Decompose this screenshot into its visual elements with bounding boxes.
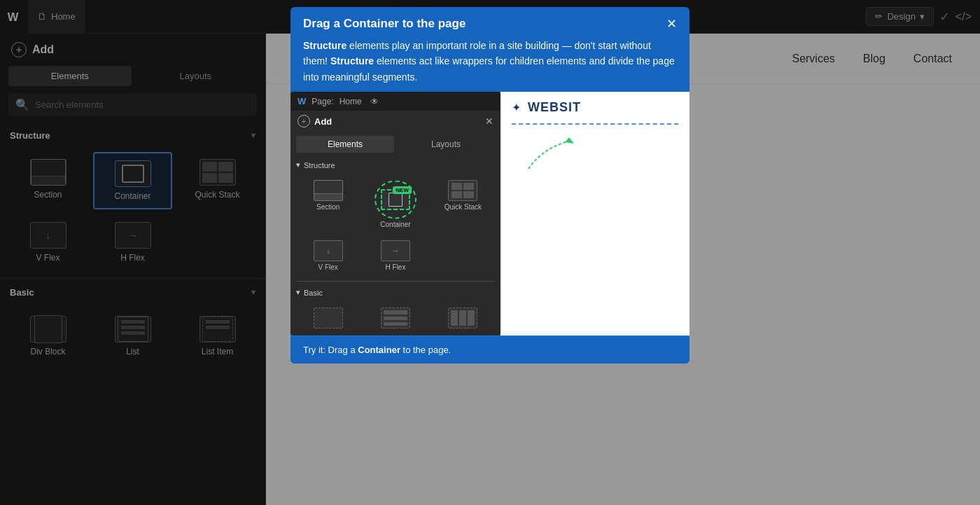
mini-section-label: Section <box>316 203 340 211</box>
mini-container-wrapper: NEW <box>374 180 416 219</box>
mini-inner-container-icon <box>388 193 402 207</box>
mini-section-icon <box>314 180 343 201</box>
structure-bold-2: Structure <box>330 55 374 67</box>
mini-add-left: + Add <box>298 115 332 127</box>
mini-add-plus-button[interactable]: + <box>298 115 310 127</box>
tooltip-body: Structure elements play an important rol… <box>290 31 690 85</box>
mini-element-container[interactable]: NEW Container <box>363 176 427 233</box>
mini-tab-elements[interactable]: Elements <box>296 136 394 153</box>
mini-hflex-label: H Flex <box>386 263 406 271</box>
preview-star-icon: ✦ <box>512 101 521 114</box>
mini-add-row: + Add ✕ <box>290 111 500 132</box>
mini-divider <box>296 281 495 282</box>
mini-hflex-icon: → <box>381 240 410 261</box>
container-bold: Container <box>358 345 400 355</box>
tooltip-content-area: W Page: Home 👁 + Add ✕ Elements Layouts … <box>290 92 690 335</box>
tooltip-header: Drag a Container to the page ✕ <box>290 7 690 31</box>
tooltip-footer: Try it: Drag a Container to the page. <box>290 335 690 364</box>
svg-marker-1 <box>565 137 574 144</box>
mini-w-logo: W <box>298 96 306 106</box>
mini-div-icon <box>314 307 343 328</box>
mini-container-label: Container <box>380 221 410 228</box>
mini-element-div[interactable] <box>296 303 360 333</box>
mini-hflex-arrow-icon: → <box>391 246 400 256</box>
mini-structure-header: ▾ Structure <box>290 157 500 173</box>
mini-tab-bar: Elements Layouts <box>290 132 500 157</box>
tooltip-description: Structure elements play an important rol… <box>303 38 677 85</box>
mini-element-section[interactable]: Section <box>296 176 360 233</box>
mini-add-panel: W Page: Home 👁 + Add ✕ Elements Layouts … <box>290 92 500 335</box>
mini-basic-label: Basic <box>304 289 323 297</box>
mini-vflex-icon: ↓ <box>314 240 343 261</box>
mini-basic-grid <box>290 300 500 335</box>
mini-page-label: Page: <box>312 97 333 106</box>
mini-qs-label: Quick Stack <box>444 203 482 211</box>
mini-vflex-label: V Flex <box>318 263 337 271</box>
tooltip-title: Drag a Container to the page <box>303 17 465 31</box>
mini-close-icon[interactable]: ✕ <box>485 116 493 127</box>
mini-eye-icon: 👁 <box>370 97 379 106</box>
preview-nav: ✦ WEBSIT <box>500 92 690 123</box>
mini-structure-grid: Section NEW Container <box>290 173 500 278</box>
mini-element-quick-stack[interactable]: Quick Stack <box>431 176 495 233</box>
mini-element-h-flex[interactable]: → H Flex <box>363 236 427 275</box>
tooltip-preview-area: ✦ WEBSIT <box>500 92 690 335</box>
mini-qs-icon-shape <box>450 181 475 200</box>
mini-qs-icon <box>448 180 477 201</box>
preview-arrow-icon <box>522 134 578 176</box>
mini-element-list-cols[interactable] <box>431 303 495 333</box>
structure-bold-1: Structure <box>303 40 346 51</box>
mini-triangle-icon: ▾ <box>296 160 300 170</box>
mini-page-name: Home <box>340 97 362 106</box>
mini-topbar: W Page: Home 👁 <box>290 92 500 111</box>
drag-container-tooltip: Drag a Container to the page ✕ Structure… <box>290 7 690 364</box>
mini-list-cols-icon <box>448 307 477 328</box>
mini-basic-triangle-icon: ▾ <box>296 288 300 297</box>
mini-vflex-arrow-icon: ↓ <box>326 246 330 256</box>
tooltip-footer-text: Try it: Drag a Container to the page. <box>303 345 677 355</box>
mini-tab-layouts[interactable]: Layouts <box>397 136 495 153</box>
mini-list-icon <box>381 307 410 328</box>
tooltip-close-button[interactable]: ✕ <box>666 18 677 30</box>
mini-element-list[interactable] <box>363 303 427 333</box>
preview-brand-text: WEBSIT <box>528 100 581 115</box>
preview-dashed-line <box>512 123 678 125</box>
mini-basic-header: ▾ Basic <box>290 284 500 300</box>
mini-container-icon: NEW <box>381 189 410 210</box>
mini-element-v-flex[interactable]: ↓ V Flex <box>296 236 360 275</box>
mini-add-label: Add <box>314 116 332 127</box>
new-badge: NEW <box>393 186 412 194</box>
mini-structure-label: Structure <box>304 161 335 170</box>
